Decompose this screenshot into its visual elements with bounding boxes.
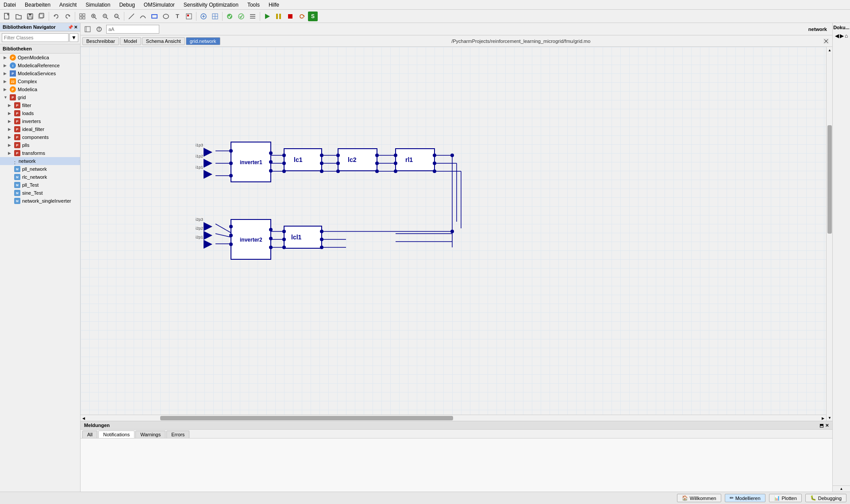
scroll-up-button[interactable]: ▲: [827, 47, 832, 53]
sidebar-item-rlc-network[interactable]: M rlc_network: [0, 173, 80, 181]
sidebar-item-filter[interactable]: ▶ P filter: [0, 101, 80, 109]
network-singleinverter-icon: M: [14, 198, 20, 204]
sidebar-item-components[interactable]: ▶ P components: [0, 133, 80, 141]
doku-back-button[interactable]: ◀: [835, 33, 839, 39]
sidebar-item-label: network_singleInverter: [22, 198, 71, 204]
scroll-thumb-h[interactable]: [160, 416, 454, 420]
grid-button[interactable]: [77, 11, 88, 22]
rect-button[interactable]: [149, 11, 160, 22]
filter-input[interactable]: [2, 33, 69, 42]
filter-button[interactable]: ▼: [69, 33, 78, 42]
sidebar-item-complex[interactable]: ▶ 22 Complex: [0, 77, 80, 85]
willkommen-button[interactable]: 🏠 Willkommen: [677, 494, 721, 502]
bitmap-button[interactable]: [184, 11, 194, 22]
sidebar-item-openmodelica[interactable]: ▶ P OpenModelica: [0, 54, 80, 62]
inst-list-button[interactable]: [247, 11, 258, 22]
bottom-panel-float-button[interactable]: ⬒: [819, 423, 823, 428]
sidebar-item-modelicareference[interactable]: ▶ i ModelicaReference: [0, 62, 80, 69]
sim-run-button[interactable]: [262, 11, 273, 22]
zoom-in-button[interactable]: [88, 11, 99, 22]
bottom-tab-warnings[interactable]: Warnings: [135, 431, 165, 438]
complex-icon: 22: [10, 78, 16, 85]
save-button[interactable]: [25, 11, 35, 22]
doku-scrollbar[interactable]: ▲: [833, 485, 850, 492]
save-all-button[interactable]: [36, 11, 47, 22]
doku-home-button[interactable]: ⌂: [845, 33, 848, 39]
sidebar-item-sine-test[interactable]: M sine_Test: [0, 189, 80, 197]
tab-beschreibbar[interactable]: Beschreibbar: [82, 37, 119, 45]
doku-forward-button[interactable]: ▶: [840, 33, 844, 39]
modelica-icon: P: [10, 86, 16, 92]
sidebar-item-modelicaservices[interactable]: ▶ P ModelicaServices: [0, 69, 80, 77]
undo-button[interactable]: [51, 11, 62, 22]
svg-marker-121: [204, 231, 212, 240]
menu-debug[interactable]: Debug: [117, 1, 136, 9]
svg-rect-8: [80, 17, 82, 19]
sidebar-item-pll-network[interactable]: M pll_network: [0, 165, 80, 173]
sidebar-item-pll-test[interactable]: M pll_Test: [0, 181, 80, 189]
sidebar-item-modelica[interactable]: ▶ P Modelica: [0, 85, 80, 93]
sidebar-pin-button[interactable]: 📌: [68, 25, 73, 30]
oms-button[interactable]: S: [308, 12, 318, 21]
connect-mode-button[interactable]: [198, 11, 209, 22]
plotten-button[interactable]: 📊 Plotten: [769, 494, 802, 502]
vertical-scrollbar[interactable]: ▲ ▼: [826, 47, 832, 421]
sidebar-item-grid[interactable]: ▼ P grid: [0, 93, 80, 101]
sidebar-close-button[interactable]: ✕: [74, 25, 77, 30]
horizontal-scrollbar[interactable]: ◀ ▶: [81, 415, 826, 421]
sidebar-item-loads[interactable]: ▶ P loads: [0, 109, 80, 117]
modellieren-button[interactable]: ✏ Modellieren: [725, 494, 765, 502]
menu-omsimulator[interactable]: OMSimulator: [142, 1, 177, 9]
line-button[interactable]: [126, 11, 137, 22]
sidebar-item-inverters[interactable]: ▶ P inverters: [0, 117, 80, 125]
diagram-icon2[interactable]: [94, 24, 104, 35]
diagram-icon1[interactable]: [82, 24, 93, 35]
debugging-button[interactable]: 🐛 Debugging: [805, 494, 846, 502]
scroll-right-button[interactable]: ▶: [820, 415, 826, 421]
menu-hilfe[interactable]: Hilfe: [267, 1, 281, 9]
svg-marker-81: [204, 148, 212, 157]
sim-pause-button[interactable]: [273, 11, 284, 22]
menu-datei[interactable]: Datei: [2, 1, 18, 9]
tab-model[interactable]: Model: [120, 37, 141, 45]
new-button[interactable]: [2, 11, 12, 22]
tab-schema-ansicht[interactable]: Schema Ansicht: [142, 37, 185, 45]
bottom-panel-close-button[interactable]: ✕: [825, 423, 829, 428]
open-button[interactable]: [13, 11, 24, 22]
sim-reset-button[interactable]: [296, 11, 307, 22]
sidebar-item-network[interactable]: : network: [0, 157, 80, 165]
svg-rect-24: [187, 15, 189, 16]
sidebar-item-plls[interactable]: ▶ P plls: [0, 141, 80, 149]
check2-button[interactable]: [236, 11, 246, 22]
sidebar: Bibliotheken Navigator 📌 ✕ ▼ Bibliotheke…: [0, 23, 81, 492]
bottom-tab-notifications[interactable]: Notifications: [98, 431, 135, 438]
text-button[interactable]: T: [172, 11, 183, 22]
menu-tools[interactable]: Tools: [246, 1, 262, 9]
canvas[interactable]: i1p3 i1p2 i1p1 inverter1: [81, 47, 832, 421]
sidebar-item-ideal-filter[interactable]: ▶ P ideal_filter: [0, 125, 80, 133]
sim-stop-button[interactable]: [285, 11, 296, 22]
zoom-fit-button[interactable]: ⊡: [112, 11, 122, 22]
scroll-thumb-v[interactable]: [827, 125, 832, 234]
redo-button[interactable]: [62, 11, 73, 22]
doku-scroll-up[interactable]: ▲: [840, 487, 843, 491]
menu-bearbeiten[interactable]: Bearbeiten: [23, 1, 52, 9]
array-connect-button[interactable]: [210, 11, 220, 22]
menu-simulation[interactable]: Simulation: [84, 1, 112, 9]
menu-sensitivity[interactable]: Sensitivity Optimization: [182, 1, 240, 9]
arc-button[interactable]: [138, 11, 148, 22]
sidebar-item-network-single-inverter[interactable]: M network_singleInverter: [0, 197, 80, 205]
bottom-tab-errors[interactable]: Errors: [166, 431, 189, 438]
ellipse-button[interactable]: [161, 11, 171, 22]
editor-close-button[interactable]: [822, 37, 831, 46]
sidebar-item-transforms[interactable]: ▶ P transforms: [0, 149, 80, 157]
check-button[interactable]: [224, 11, 235, 22]
zoom-out-button[interactable]: [100, 11, 111, 22]
menu-ansicht[interactable]: Ansicht: [58, 1, 78, 9]
scroll-down-button[interactable]: ▼: [827, 415, 832, 421]
toolbar: ⊡ T S: [0, 10, 850, 23]
tab-grid-network[interactable]: grid.network: [186, 37, 220, 45]
bottom-tab-all[interactable]: All: [82, 431, 97, 438]
sidebar-item-label: inverters: [22, 119, 41, 124]
scroll-left-button[interactable]: ◀: [81, 415, 87, 421]
